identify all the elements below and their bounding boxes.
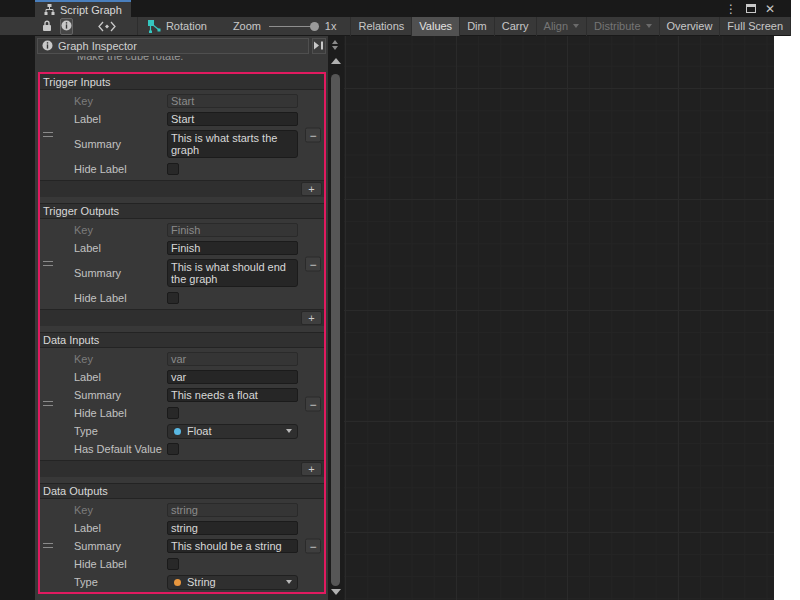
field-row-summary: SummaryThis is what should end the graph (74, 257, 298, 289)
field-label: Type (74, 576, 167, 588)
toolbar-button-relations[interactable]: Relations (350, 17, 412, 36)
field-row-hide-label: Hide Label (74, 555, 298, 573)
toolbar-button-label: Full Screen (727, 20, 783, 32)
scroll-up-button[interactable] (331, 58, 341, 64)
zoom-slider-knob[interactable] (310, 22, 319, 31)
scrolled-summary-text: Make the cube rotate. (35, 56, 325, 69)
type-color-dot (174, 579, 181, 586)
type-dropdown[interactable]: String (167, 575, 298, 590)
checkbox-hide-label[interactable] (167, 163, 179, 175)
toolbar-button-label: Dim (467, 20, 487, 32)
port-item: KeyvarLabelvarSummaryThis needs a floatH… (40, 348, 324, 460)
zoom-label: Zoom (233, 20, 261, 32)
dock-icon (314, 40, 324, 52)
toolbar-button-overview[interactable]: Overview (660, 17, 721, 36)
field-row-key: KeyStart (74, 92, 298, 110)
close-icon[interactable]: ✕ (765, 3, 775, 15)
type-dropdown-value: Float (187, 425, 211, 437)
lock-icon[interactable] (42, 20, 52, 32)
type-color-dot (174, 428, 181, 435)
summary-textarea[interactable]: This is what should end the graph (167, 259, 298, 287)
chevron-down-icon (286, 429, 292, 433)
graph-canvas[interactable] (344, 36, 774, 600)
field-label: Type (74, 425, 167, 437)
window-menu-icon[interactable]: ⋮ (725, 3, 737, 15)
text-field[interactable]: Start (167, 112, 298, 126)
text-field[interactable]: This needs a float (167, 388, 298, 402)
scrollbar-thumb[interactable] (331, 74, 340, 586)
left-dock-strip (0, 36, 35, 600)
checkbox-hide-label[interactable] (167, 407, 179, 419)
field-row-key: Keystring (74, 501, 298, 519)
field-row-type: TypeFloat (74, 422, 298, 440)
port-item: KeystringLabelstringSummaryThis should b… (40, 499, 324, 593)
tab-script-graph[interactable]: Script Graph (35, 0, 131, 17)
section-footer: + (40, 309, 324, 326)
info-icon (42, 40, 53, 53)
field-label: Label (74, 371, 167, 383)
zoom-value: 1x (325, 20, 337, 32)
text-field[interactable]: string (167, 521, 298, 535)
field-label: Hide Label (74, 163, 167, 175)
inspector-toggle-button[interactable] (60, 18, 73, 35)
zoom-slider[interactable] (269, 26, 319, 27)
text-field: var (167, 352, 298, 366)
stepper-up-icon (332, 40, 338, 44)
inspector-section-trigger-inputs: Trigger InputsKeyStartLabelStartSummaryT… (40, 74, 324, 197)
inspector-section-data-inputs: Data InputsKeyvarLabelvarSummaryThis nee… (40, 332, 324, 477)
text-field: string (167, 503, 298, 517)
field-row-summary: SummaryThis is what starts the graph (74, 128, 298, 160)
field-row-has-default-value: Has Default Value (74, 440, 298, 458)
text-field[interactable]: var (167, 370, 298, 384)
toolbar-button-label: Distribute (594, 20, 640, 32)
remove-port-button[interactable]: − (305, 128, 321, 143)
section-footer: + (40, 460, 324, 477)
maximize-icon[interactable] (746, 4, 756, 13)
remove-port-button[interactable]: − (305, 539, 321, 554)
checkbox-hide-label[interactable] (167, 292, 179, 304)
text-field[interactable]: Finish (167, 241, 298, 255)
graph-inspector-panel: Graph Inspector Make the cube rotate. Tr… (35, 36, 328, 600)
toolbar-button-label: Align (544, 20, 568, 32)
field-row-label: Labelvar (74, 368, 298, 386)
graph-inspector-header: Graph Inspector (37, 38, 309, 54)
chevron-down-icon (286, 580, 292, 584)
text-field[interactable]: This should be a string (167, 539, 298, 553)
drag-handle[interactable] (43, 132, 53, 137)
field-label: Key (74, 504, 167, 516)
toolbar-button-values[interactable]: Values (412, 17, 460, 36)
field-label: Label (74, 522, 167, 534)
remove-port-button[interactable]: − (305, 397, 321, 412)
field-label: Summary (74, 138, 167, 150)
remove-port-button[interactable]: − (305, 257, 321, 272)
inspector-section-trigger-outputs: Trigger OutputsKeyFinishLabelFinishSumma… (40, 203, 324, 326)
field-label: Hide Label (74, 292, 167, 304)
text-field: Finish (167, 223, 298, 237)
rotation-label: Rotation (166, 20, 207, 32)
type-dropdown[interactable]: Float (167, 424, 298, 439)
summary-textarea[interactable]: This is what starts the graph (167, 130, 298, 158)
toolbar-button-distribute: Distribute (587, 17, 659, 36)
checkbox-has-default-value[interactable] (167, 443, 179, 455)
toolbar-button-label: Carry (502, 20, 529, 32)
inspector-highlight-region: Trigger InputsKeyStartLabelStartSummaryT… (38, 72, 326, 594)
checkbox-hide-label[interactable] (167, 558, 179, 570)
drag-handle[interactable] (43, 543, 53, 548)
scroll-down-button[interactable] (331, 589, 341, 595)
inspector-section-data-outputs: Data OutputsKeystringLabelstringSummaryT… (40, 483, 324, 594)
field-row-label: Labelstring (74, 519, 298, 537)
add-port-button[interactable]: + (301, 462, 322, 476)
code-preview-icon[interactable] (97, 21, 117, 32)
toolbar-button-carry[interactable]: Carry (495, 17, 537, 36)
drag-handle[interactable] (43, 261, 53, 266)
add-port-button[interactable]: + (301, 182, 322, 196)
toolbar-button-full-screen[interactable]: Full Screen (720, 17, 791, 36)
field-label: Hide Label (74, 407, 167, 419)
scroll-stepper[interactable] (332, 40, 338, 50)
field-label: Key (74, 224, 167, 236)
toolbar-button-dim[interactable]: Dim (460, 17, 495, 36)
add-port-button[interactable]: + (301, 311, 322, 325)
field-label: Hide Label (74, 558, 167, 570)
drag-handle[interactable] (43, 401, 53, 406)
dock-panel-button[interactable] (312, 38, 326, 54)
